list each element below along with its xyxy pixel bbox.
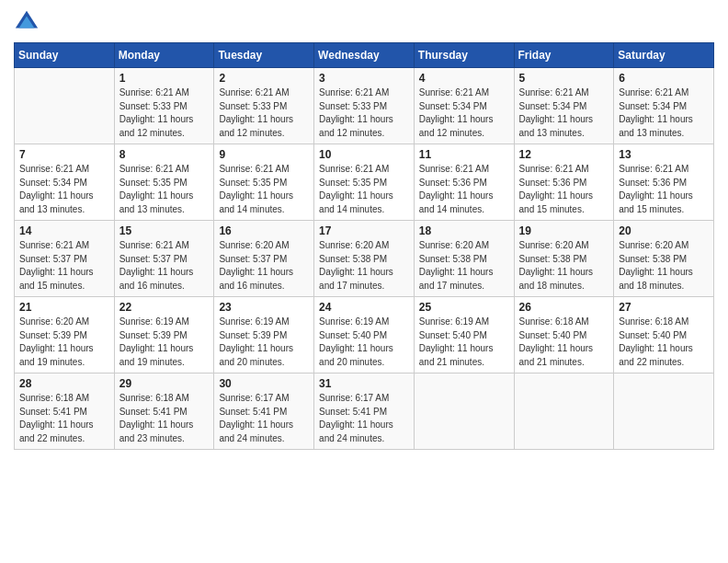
column-header-wednesday: Wednesday xyxy=(314,43,415,68)
logo xyxy=(14,9,43,35)
day-number: 31 xyxy=(319,377,409,390)
calendar-cell: 31Sunrise: 6:17 AM Sunset: 5:41 PM Dayli… xyxy=(314,373,415,450)
day-info: Sunrise: 6:21 AM Sunset: 5:33 PM Dayligh… xyxy=(119,86,210,140)
day-info: Sunrise: 6:17 AM Sunset: 5:41 PM Dayligh… xyxy=(219,392,309,445)
day-info: Sunrise: 6:20 AM Sunset: 5:38 PM Dayligh… xyxy=(619,239,709,293)
day-number: 27 xyxy=(619,301,709,314)
day-number: 28 xyxy=(19,377,109,390)
day-number: 24 xyxy=(319,301,409,314)
calendar-table: SundayMondayTuesdayWednesdayThursdayFrid… xyxy=(14,42,714,450)
column-header-friday: Friday xyxy=(514,43,614,68)
calendar-cell: 17Sunrise: 6:20 AM Sunset: 5:38 PM Dayli… xyxy=(314,221,415,297)
day-info: Sunrise: 6:17 AM Sunset: 5:41 PM Dayligh… xyxy=(319,392,409,445)
day-number: 5 xyxy=(519,72,609,85)
day-number: 22 xyxy=(119,301,210,314)
calendar-cell: 7Sunrise: 6:21 AM Sunset: 5:34 PM Daylig… xyxy=(15,144,115,221)
calendar-cell: 16Sunrise: 6:20 AM Sunset: 5:37 PM Dayli… xyxy=(214,221,314,297)
day-number: 29 xyxy=(119,377,210,390)
day-number: 2 xyxy=(219,72,309,85)
day-info: Sunrise: 6:21 AM Sunset: 5:34 PM Dayligh… xyxy=(619,86,709,140)
calendar-cell: 19Sunrise: 6:20 AM Sunset: 5:38 PM Dayli… xyxy=(514,221,614,297)
calendar-cell: 3Sunrise: 6:21 AM Sunset: 5:33 PM Daylig… xyxy=(314,68,415,144)
day-number: 6 xyxy=(619,72,709,85)
day-info: Sunrise: 6:21 AM Sunset: 5:35 PM Dayligh… xyxy=(219,163,309,216)
calendar-cell: 20Sunrise: 6:20 AM Sunset: 5:38 PM Dayli… xyxy=(614,221,714,297)
day-info: Sunrise: 6:21 AM Sunset: 5:35 PM Dayligh… xyxy=(319,163,409,216)
column-header-thursday: Thursday xyxy=(414,43,514,68)
calendar-cell: 6Sunrise: 6:21 AM Sunset: 5:34 PM Daylig… xyxy=(614,68,714,144)
calendar-cell: 4Sunrise: 6:21 AM Sunset: 5:34 PM Daylig… xyxy=(414,68,514,144)
day-info: Sunrise: 6:21 AM Sunset: 5:34 PM Dayligh… xyxy=(519,86,609,140)
day-number: 10 xyxy=(319,148,409,161)
day-number: 25 xyxy=(419,301,509,314)
calendar-week-row: 7Sunrise: 6:21 AM Sunset: 5:34 PM Daylig… xyxy=(15,144,714,221)
day-info: Sunrise: 6:21 AM Sunset: 5:33 PM Dayligh… xyxy=(219,86,309,140)
day-number: 26 xyxy=(519,301,609,314)
day-number: 9 xyxy=(219,148,309,161)
calendar-week-row: 21Sunrise: 6:20 AM Sunset: 5:39 PM Dayli… xyxy=(15,297,714,373)
day-info: Sunrise: 6:21 AM Sunset: 5:36 PM Dayligh… xyxy=(619,163,709,216)
day-info: Sunrise: 6:21 AM Sunset: 5:36 PM Dayligh… xyxy=(419,163,509,216)
calendar-cell: 9Sunrise: 6:21 AM Sunset: 5:35 PM Daylig… xyxy=(214,144,314,221)
calendar-cell: 5Sunrise: 6:21 AM Sunset: 5:34 PM Daylig… xyxy=(514,68,614,144)
calendar-header-row: SundayMondayTuesdayWednesdayThursdayFrid… xyxy=(15,43,714,68)
day-info: Sunrise: 6:18 AM Sunset: 5:41 PM Dayligh… xyxy=(119,392,210,445)
day-info: Sunrise: 6:20 AM Sunset: 5:38 PM Dayligh… xyxy=(419,239,509,293)
calendar-cell: 18Sunrise: 6:20 AM Sunset: 5:38 PM Dayli… xyxy=(414,221,514,297)
day-info: Sunrise: 6:21 AM Sunset: 5:37 PM Dayligh… xyxy=(19,239,109,293)
day-info: Sunrise: 6:21 AM Sunset: 5:33 PM Dayligh… xyxy=(319,86,409,140)
day-number: 20 xyxy=(619,224,709,237)
calendar-cell xyxy=(414,373,514,450)
calendar-cell: 27Sunrise: 6:18 AM Sunset: 5:40 PM Dayli… xyxy=(614,297,714,373)
calendar-cell: 8Sunrise: 6:21 AM Sunset: 5:35 PM Daylig… xyxy=(114,144,214,221)
calendar-cell: 13Sunrise: 6:21 AM Sunset: 5:36 PM Dayli… xyxy=(614,144,714,221)
page-header xyxy=(14,9,714,35)
calendar-cell: 14Sunrise: 6:21 AM Sunset: 5:37 PM Dayli… xyxy=(15,221,115,297)
day-info: Sunrise: 6:21 AM Sunset: 5:37 PM Dayligh… xyxy=(119,239,210,293)
day-info: Sunrise: 6:19 AM Sunset: 5:39 PM Dayligh… xyxy=(219,316,309,369)
column-header-sunday: Sunday xyxy=(15,43,115,68)
calendar-cell: 2Sunrise: 6:21 AM Sunset: 5:33 PM Daylig… xyxy=(214,68,314,144)
day-number: 4 xyxy=(419,72,509,85)
day-number: 3 xyxy=(319,72,409,85)
day-info: Sunrise: 6:18 AM Sunset: 5:40 PM Dayligh… xyxy=(619,316,709,369)
calendar-cell: 15Sunrise: 6:21 AM Sunset: 5:37 PM Dayli… xyxy=(114,221,214,297)
calendar-cell xyxy=(514,373,614,450)
day-number: 15 xyxy=(119,224,210,237)
calendar-cell: 28Sunrise: 6:18 AM Sunset: 5:41 PM Dayli… xyxy=(15,373,115,450)
day-number: 17 xyxy=(319,224,409,237)
calendar-week-row: 28Sunrise: 6:18 AM Sunset: 5:41 PM Dayli… xyxy=(15,373,714,450)
day-info: Sunrise: 6:20 AM Sunset: 5:37 PM Dayligh… xyxy=(219,239,309,293)
day-info: Sunrise: 6:21 AM Sunset: 5:35 PM Dayligh… xyxy=(119,163,210,216)
calendar-week-row: 1Sunrise: 6:21 AM Sunset: 5:33 PM Daylig… xyxy=(15,68,714,144)
column-header-monday: Monday xyxy=(114,43,214,68)
calendar-cell: 29Sunrise: 6:18 AM Sunset: 5:41 PM Dayli… xyxy=(114,373,214,450)
column-header-tuesday: Tuesday xyxy=(214,43,314,68)
day-info: Sunrise: 6:18 AM Sunset: 5:40 PM Dayligh… xyxy=(519,316,609,369)
day-info: Sunrise: 6:21 AM Sunset: 5:36 PM Dayligh… xyxy=(519,163,609,216)
day-info: Sunrise: 6:20 AM Sunset: 5:39 PM Dayligh… xyxy=(19,316,109,369)
day-number: 19 xyxy=(519,224,609,237)
day-number: 30 xyxy=(219,377,309,390)
calendar-cell: 23Sunrise: 6:19 AM Sunset: 5:39 PM Dayli… xyxy=(214,297,314,373)
day-number: 7 xyxy=(19,148,109,161)
day-number: 14 xyxy=(19,224,109,237)
calendar-cell: 1Sunrise: 6:21 AM Sunset: 5:33 PM Daylig… xyxy=(114,68,214,144)
day-info: Sunrise: 6:18 AM Sunset: 5:41 PM Dayligh… xyxy=(19,392,109,445)
day-number: 23 xyxy=(219,301,309,314)
day-number: 8 xyxy=(119,148,210,161)
calendar-cell: 11Sunrise: 6:21 AM Sunset: 5:36 PM Dayli… xyxy=(414,144,514,221)
day-info: Sunrise: 6:19 AM Sunset: 5:40 PM Dayligh… xyxy=(419,316,509,369)
day-info: Sunrise: 6:19 AM Sunset: 5:40 PM Dayligh… xyxy=(319,316,409,369)
calendar-cell: 21Sunrise: 6:20 AM Sunset: 5:39 PM Dayli… xyxy=(15,297,115,373)
day-number: 13 xyxy=(619,148,709,161)
calendar-cell: 10Sunrise: 6:21 AM Sunset: 5:35 PM Dayli… xyxy=(314,144,415,221)
calendar-cell xyxy=(614,373,714,450)
day-info: Sunrise: 6:19 AM Sunset: 5:39 PM Dayligh… xyxy=(119,316,210,369)
logo-icon xyxy=(14,9,40,35)
day-number: 12 xyxy=(519,148,609,161)
day-number: 18 xyxy=(419,224,509,237)
calendar-cell: 12Sunrise: 6:21 AM Sunset: 5:36 PM Dayli… xyxy=(514,144,614,221)
calendar-cell: 24Sunrise: 6:19 AM Sunset: 5:40 PM Dayli… xyxy=(314,297,415,373)
calendar-cell: 22Sunrise: 6:19 AM Sunset: 5:39 PM Dayli… xyxy=(114,297,214,373)
